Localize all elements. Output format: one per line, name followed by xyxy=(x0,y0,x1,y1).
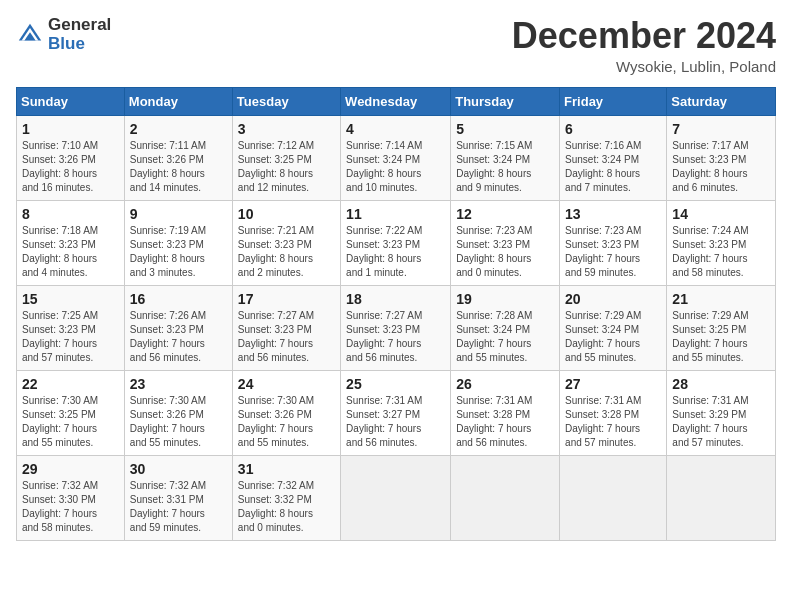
day-number: 1 xyxy=(22,121,119,137)
calendar-cell: 27Sunrise: 7:31 AM Sunset: 3:28 PM Dayli… xyxy=(560,370,667,455)
day-number: 8 xyxy=(22,206,119,222)
day-number: 26 xyxy=(456,376,554,392)
calendar-cell: 25Sunrise: 7:31 AM Sunset: 3:27 PM Dayli… xyxy=(341,370,451,455)
calendar-cell xyxy=(667,455,776,540)
calendar-cell: 10Sunrise: 7:21 AM Sunset: 3:23 PM Dayli… xyxy=(232,200,340,285)
day-info: Sunrise: 7:32 AM Sunset: 3:30 PM Dayligh… xyxy=(22,479,119,535)
day-info: Sunrise: 7:10 AM Sunset: 3:26 PM Dayligh… xyxy=(22,139,119,195)
day-info: Sunrise: 7:11 AM Sunset: 3:26 PM Dayligh… xyxy=(130,139,227,195)
logo-blue-text: Blue xyxy=(48,35,111,54)
day-number: 15 xyxy=(22,291,119,307)
title-block: December 2024 Wysokie, Lublin, Poland xyxy=(512,16,776,75)
day-info: Sunrise: 7:29 AM Sunset: 3:25 PM Dayligh… xyxy=(672,309,770,365)
calendar-cell: 28Sunrise: 7:31 AM Sunset: 3:29 PM Dayli… xyxy=(667,370,776,455)
day-number: 10 xyxy=(238,206,335,222)
day-info: Sunrise: 7:17 AM Sunset: 3:23 PM Dayligh… xyxy=(672,139,770,195)
day-number: 23 xyxy=(130,376,227,392)
calendar-cell: 20Sunrise: 7:29 AM Sunset: 3:24 PM Dayli… xyxy=(560,285,667,370)
day-number: 20 xyxy=(565,291,661,307)
header-friday: Friday xyxy=(560,87,667,115)
day-info: Sunrise: 7:32 AM Sunset: 3:31 PM Dayligh… xyxy=(130,479,227,535)
day-info: Sunrise: 7:19 AM Sunset: 3:23 PM Dayligh… xyxy=(130,224,227,280)
header-wednesday: Wednesday xyxy=(341,87,451,115)
calendar-week-5: 29Sunrise: 7:32 AM Sunset: 3:30 PM Dayli… xyxy=(17,455,776,540)
calendar-cell: 13Sunrise: 7:23 AM Sunset: 3:23 PM Dayli… xyxy=(560,200,667,285)
calendar-week-1: 1Sunrise: 7:10 AM Sunset: 3:26 PM Daylig… xyxy=(17,115,776,200)
day-number: 16 xyxy=(130,291,227,307)
calendar-week-4: 22Sunrise: 7:30 AM Sunset: 3:25 PM Dayli… xyxy=(17,370,776,455)
day-number: 3 xyxy=(238,121,335,137)
day-info: Sunrise: 7:14 AM Sunset: 3:24 PM Dayligh… xyxy=(346,139,445,195)
day-info: Sunrise: 7:12 AM Sunset: 3:25 PM Dayligh… xyxy=(238,139,335,195)
day-number: 25 xyxy=(346,376,445,392)
day-info: Sunrise: 7:32 AM Sunset: 3:32 PM Dayligh… xyxy=(238,479,335,535)
calendar-cell: 22Sunrise: 7:30 AM Sunset: 3:25 PM Dayli… xyxy=(17,370,125,455)
calendar-cell xyxy=(341,455,451,540)
calendar-cell: 1Sunrise: 7:10 AM Sunset: 3:26 PM Daylig… xyxy=(17,115,125,200)
calendar-cell: 2Sunrise: 7:11 AM Sunset: 3:26 PM Daylig… xyxy=(124,115,232,200)
day-info: Sunrise: 7:22 AM Sunset: 3:23 PM Dayligh… xyxy=(346,224,445,280)
calendar-cell: 31Sunrise: 7:32 AM Sunset: 3:32 PM Dayli… xyxy=(232,455,340,540)
day-number: 31 xyxy=(238,461,335,477)
day-info: Sunrise: 7:27 AM Sunset: 3:23 PM Dayligh… xyxy=(238,309,335,365)
day-number: 4 xyxy=(346,121,445,137)
page-header: General Blue December 2024 Wysokie, Lubl… xyxy=(16,16,776,75)
location: Wysokie, Lublin, Poland xyxy=(512,58,776,75)
calendar-cell: 16Sunrise: 7:26 AM Sunset: 3:23 PM Dayli… xyxy=(124,285,232,370)
calendar-cell: 15Sunrise: 7:25 AM Sunset: 3:23 PM Dayli… xyxy=(17,285,125,370)
calendar-table: SundayMondayTuesdayWednesdayThursdayFrid… xyxy=(16,87,776,541)
day-info: Sunrise: 7:18 AM Sunset: 3:23 PM Dayligh… xyxy=(22,224,119,280)
day-info: Sunrise: 7:27 AM Sunset: 3:23 PM Dayligh… xyxy=(346,309,445,365)
day-number: 7 xyxy=(672,121,770,137)
calendar-cell: 8Sunrise: 7:18 AM Sunset: 3:23 PM Daylig… xyxy=(17,200,125,285)
day-number: 30 xyxy=(130,461,227,477)
day-info: Sunrise: 7:30 AM Sunset: 3:26 PM Dayligh… xyxy=(238,394,335,450)
day-number: 9 xyxy=(130,206,227,222)
header-tuesday: Tuesday xyxy=(232,87,340,115)
day-info: Sunrise: 7:30 AM Sunset: 3:26 PM Dayligh… xyxy=(130,394,227,450)
calendar-cell: 24Sunrise: 7:30 AM Sunset: 3:26 PM Dayli… xyxy=(232,370,340,455)
day-info: Sunrise: 7:30 AM Sunset: 3:25 PM Dayligh… xyxy=(22,394,119,450)
calendar-week-2: 8Sunrise: 7:18 AM Sunset: 3:23 PM Daylig… xyxy=(17,200,776,285)
logo-general-text: General xyxy=(48,16,111,35)
calendar-week-3: 15Sunrise: 7:25 AM Sunset: 3:23 PM Dayli… xyxy=(17,285,776,370)
calendar-cell xyxy=(560,455,667,540)
header-monday: Monday xyxy=(124,87,232,115)
calendar-cell: 19Sunrise: 7:28 AM Sunset: 3:24 PM Dayli… xyxy=(451,285,560,370)
day-info: Sunrise: 7:16 AM Sunset: 3:24 PM Dayligh… xyxy=(565,139,661,195)
calendar-cell: 18Sunrise: 7:27 AM Sunset: 3:23 PM Dayli… xyxy=(341,285,451,370)
day-number: 5 xyxy=(456,121,554,137)
day-info: Sunrise: 7:29 AM Sunset: 3:24 PM Dayligh… xyxy=(565,309,661,365)
day-number: 6 xyxy=(565,121,661,137)
day-info: Sunrise: 7:24 AM Sunset: 3:23 PM Dayligh… xyxy=(672,224,770,280)
calendar-cell: 4Sunrise: 7:14 AM Sunset: 3:24 PM Daylig… xyxy=(341,115,451,200)
calendar-cell: 30Sunrise: 7:32 AM Sunset: 3:31 PM Dayli… xyxy=(124,455,232,540)
day-number: 27 xyxy=(565,376,661,392)
calendar-cell: 6Sunrise: 7:16 AM Sunset: 3:24 PM Daylig… xyxy=(560,115,667,200)
day-number: 17 xyxy=(238,291,335,307)
calendar-cell: 3Sunrise: 7:12 AM Sunset: 3:25 PM Daylig… xyxy=(232,115,340,200)
calendar-cell: 12Sunrise: 7:23 AM Sunset: 3:23 PM Dayli… xyxy=(451,200,560,285)
header-thursday: Thursday xyxy=(451,87,560,115)
day-info: Sunrise: 7:15 AM Sunset: 3:24 PM Dayligh… xyxy=(456,139,554,195)
day-info: Sunrise: 7:31 AM Sunset: 3:29 PM Dayligh… xyxy=(672,394,770,450)
day-info: Sunrise: 7:28 AM Sunset: 3:24 PM Dayligh… xyxy=(456,309,554,365)
calendar-cell: 7Sunrise: 7:17 AM Sunset: 3:23 PM Daylig… xyxy=(667,115,776,200)
header-row: SundayMondayTuesdayWednesdayThursdayFrid… xyxy=(17,87,776,115)
day-number: 21 xyxy=(672,291,770,307)
day-number: 11 xyxy=(346,206,445,222)
logo: General Blue xyxy=(16,16,111,53)
calendar-cell: 9Sunrise: 7:19 AM Sunset: 3:23 PM Daylig… xyxy=(124,200,232,285)
calendar-cell: 14Sunrise: 7:24 AM Sunset: 3:23 PM Dayli… xyxy=(667,200,776,285)
calendar-cell: 29Sunrise: 7:32 AM Sunset: 3:30 PM Dayli… xyxy=(17,455,125,540)
day-number: 13 xyxy=(565,206,661,222)
day-info: Sunrise: 7:25 AM Sunset: 3:23 PM Dayligh… xyxy=(22,309,119,365)
calendar-cell: 23Sunrise: 7:30 AM Sunset: 3:26 PM Dayli… xyxy=(124,370,232,455)
day-info: Sunrise: 7:21 AM Sunset: 3:23 PM Dayligh… xyxy=(238,224,335,280)
calendar-cell: 26Sunrise: 7:31 AM Sunset: 3:28 PM Dayli… xyxy=(451,370,560,455)
calendar-cell xyxy=(451,455,560,540)
month-title: December 2024 xyxy=(512,16,776,56)
calendar-cell: 5Sunrise: 7:15 AM Sunset: 3:24 PM Daylig… xyxy=(451,115,560,200)
day-number: 18 xyxy=(346,291,445,307)
header-saturday: Saturday xyxy=(667,87,776,115)
